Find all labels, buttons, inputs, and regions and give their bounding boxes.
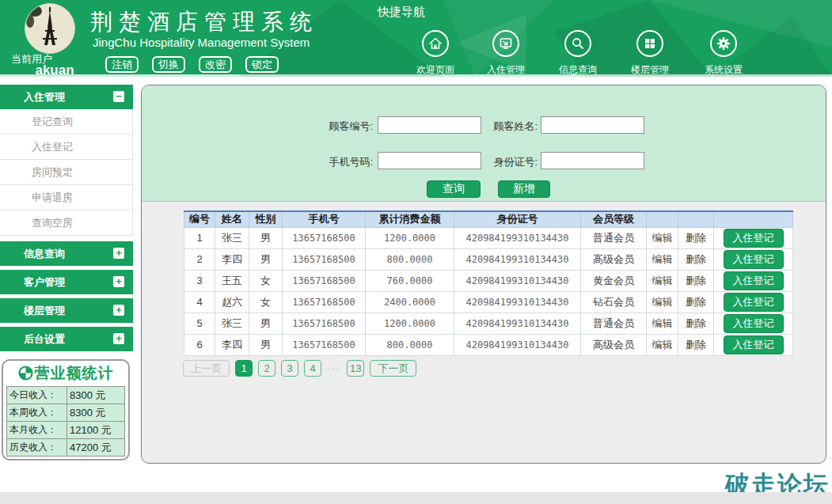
sidebar-section-label: 信息查询 [24, 248, 65, 260]
app-header: 当前用户 akuan 荆楚酒店管理系统 JingChu Hospitality … [0, 0, 832, 77]
cell-phone: 13657168500 [283, 248, 366, 270]
add-button[interactable]: 新增 [498, 180, 550, 198]
sidebar-section-checkin-mgmt[interactable]: 入住管理 − [0, 85, 133, 109]
customer-name-input[interactable] [541, 116, 644, 134]
nav-item-checkin[interactable]: 入住管理 [477, 30, 534, 77]
change-password-button[interactable]: 改密 [199, 56, 232, 73]
sidebar-section-customer-mgmt[interactable]: 客户管理 + [0, 270, 133, 294]
sidebar-submenu: 登记查询 入住登记 房间预定 申请退房 查询空房 [0, 109, 133, 236]
sidebar-section-label: 入住管理 [24, 91, 65, 103]
logout-button[interactable]: 注销 [105, 56, 139, 73]
revenue-table: 今日收入： 8300 元 本周收入： 8300 元 本月收入： 12100 元 … [6, 386, 125, 457]
cell-phone: 13657168500 [283, 313, 366, 334]
switch-user-button[interactable]: 切换 [152, 56, 185, 73]
customer-id-input[interactable] [378, 116, 481, 134]
app-root: 当前用户 akuan 荆楚酒店管理系统 JingChu Hospitality … [0, 0, 832, 504]
cell-amount: 800.0000 [366, 334, 454, 355]
page-button-13[interactable]: 13 [347, 360, 364, 377]
page-button-4[interactable]: 4 [304, 360, 321, 377]
table-row: 今日收入： 8300 元 [7, 387, 125, 404]
lock-button[interactable]: 锁定 [245, 56, 279, 73]
revenue-row-value: 12100 元 [67, 422, 125, 439]
id-card-input[interactable] [541, 152, 644, 169]
page-title: 荆楚酒店管理系统 [90, 7, 318, 37]
phone-input[interactable] [378, 152, 481, 169]
plus-icon[interactable]: + [113, 305, 124, 316]
sidebar-item-register-query[interactable]: 登记查询 [0, 109, 132, 135]
revenue-row-value: 47200 元 [67, 439, 125, 457]
edit-link[interactable]: 编辑 [647, 313, 678, 334]
customer-table: 编号 姓名 性别 手机号 累计消费金额 身份证号 会员等级 1 张三 男 136… [184, 210, 793, 356]
delete-link[interactable]: 删除 [678, 248, 714, 270]
cell-phone: 13657168500 [283, 334, 366, 355]
cell-amount: 800.0000 [366, 248, 454, 270]
checkin-register-button[interactable]: 入住登记 [724, 335, 784, 354]
table-row: 1 张三 男 13657168500 1200.0000 42098419931… [184, 227, 793, 248]
cell-level: 钻石会员 [581, 291, 647, 313]
cell-id: 6 [184, 334, 215, 355]
delete-link[interactable]: 删除 [678, 270, 714, 291]
page-button-1[interactable]: 1 [235, 360, 253, 377]
col-header-amount: 累计消费金额 [366, 211, 454, 227]
delete-link[interactable]: 删除 [678, 227, 714, 248]
delete-link[interactable]: 删除 [678, 313, 714, 334]
cell-gender: 男 [249, 227, 283, 248]
nav-item-label: 系统设置 [695, 63, 752, 77]
minus-icon[interactable]: − [113, 91, 124, 102]
nav-item-info-query[interactable]: 信息查询 [549, 30, 606, 77]
col-header-id: 编号 [184, 211, 215, 227]
nav-item-label: 信息查询 [549, 63, 606, 77]
page-button-3[interactable]: 3 [281, 360, 298, 377]
next-page-button[interactable]: 下一页 [370, 360, 416, 377]
sidebar-section-backend-settings[interactable]: 后台设置 + [0, 327, 133, 351]
search-icon [564, 30, 591, 57]
cell-level: 普通会员 [581, 227, 647, 248]
edit-link[interactable]: 编辑 [647, 227, 678, 248]
col-header-action [714, 211, 793, 227]
sidebar-item-room-reserve[interactable]: 房间预定 [0, 160, 132, 185]
nav-item-label: 欢迎页面 [407, 63, 464, 77]
cell-gender: 男 [249, 313, 283, 334]
customer-id-label: 顾客编号: [324, 119, 373, 134]
plus-icon[interactable]: + [113, 248, 124, 259]
sidebar-section-floor-mgmt[interactable]: 楼层管理 + [0, 298, 133, 323]
sidebar-item-checkin-register[interactable]: 入住登记 [0, 135, 132, 160]
checkin-register-button[interactable]: 入住登记 [724, 314, 784, 333]
cell-amount: 2400.0000 [366, 291, 454, 313]
nav-item-welcome[interactable]: 欢迎页面 [407, 30, 464, 77]
id-card-label: 身份证号: [488, 155, 538, 169]
revenue-row-label: 历史收入： [7, 439, 67, 457]
plus-icon[interactable]: + [113, 276, 124, 287]
search-form: 顾客编号: 顾客姓名: 手机号码: 身份证号: 查询 新增 [142, 85, 826, 202]
plus-icon[interactable]: + [113, 333, 124, 344]
prev-page-button[interactable]: 上一页 [183, 360, 230, 377]
checkin-register-button[interactable]: 入住登记 [724, 293, 784, 312]
checkin-register-button[interactable]: 入住登记 [724, 229, 784, 248]
nav-item-settings[interactable]: 系统设置 [695, 30, 752, 77]
col-header-level: 会员等级 [581, 211, 647, 227]
page-button-2[interactable]: 2 [258, 360, 275, 377]
delete-link[interactable]: 删除 [678, 334, 714, 355]
edit-link[interactable]: 编辑 [647, 334, 678, 355]
delete-link[interactable]: 删除 [678, 291, 714, 313]
avatar[interactable] [25, 3, 75, 54]
sidebar-item-vacant-query[interactable]: 查询空房 [0, 210, 132, 236]
edit-link[interactable]: 编辑 [647, 270, 678, 291]
phone-label: 手机号码: [324, 155, 373, 169]
query-button[interactable]: 查询 [427, 180, 481, 198]
nav-item-floor-mgmt[interactable]: 楼层管理 [621, 30, 678, 77]
sidebar-section-info-query[interactable]: 信息查询 + [0, 241, 133, 266]
sidebar-item-checkout-request[interactable]: 申请退房 [0, 185, 132, 210]
checkin-register-button[interactable]: 入住登记 [724, 250, 784, 269]
col-header-idcard: 身份证号 [454, 211, 581, 227]
pagination-ellipsis: ··· [327, 363, 341, 374]
checkin-register-button[interactable]: 入住登记 [724, 271, 784, 290]
cell-name: 李四 [215, 334, 249, 355]
edit-link[interactable]: 编辑 [647, 248, 678, 270]
pie-quadrant-icon [18, 366, 33, 381]
cell-name: 王五 [215, 270, 249, 291]
eiffel-tower-image [25, 4, 74, 53]
footer-bar [0, 492, 832, 504]
edit-link[interactable]: 编辑 [647, 291, 678, 313]
sidebar-section-label: 客户管理 [24, 276, 65, 288]
